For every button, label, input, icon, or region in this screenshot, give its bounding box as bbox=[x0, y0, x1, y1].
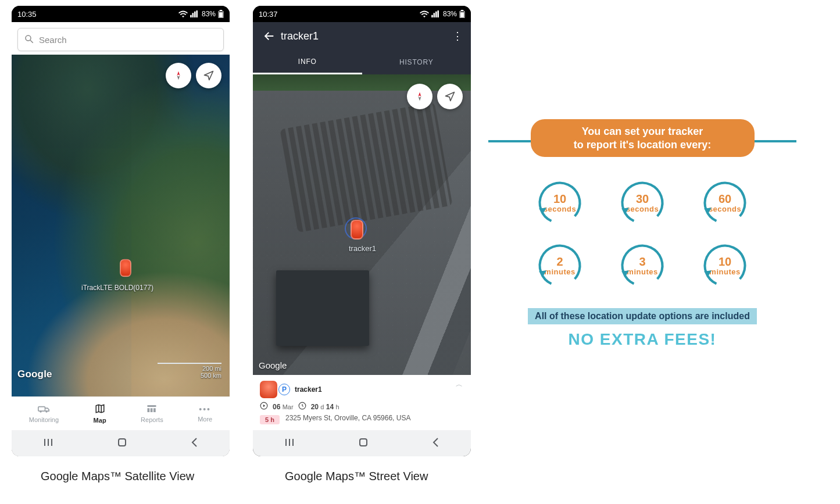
svg-point-32 bbox=[619, 179, 666, 227]
svg-rect-10 bbox=[148, 405, 156, 407]
svg-point-8 bbox=[40, 410, 42, 412]
search-placeholder: Search bbox=[39, 35, 67, 45]
google-logo: Google bbox=[17, 369, 52, 380]
tracker-marker-label: tracker1 bbox=[349, 244, 376, 253]
battery-icon bbox=[459, 10, 465, 18]
signal-icon bbox=[431, 10, 439, 17]
recent-apps-button[interactable] bbox=[284, 438, 296, 449]
svg-rect-29 bbox=[360, 439, 367, 446]
tracker-marker-label: iTrackLTE BOLD(0177) bbox=[81, 284, 153, 292]
svg-rect-2 bbox=[219, 12, 223, 17]
svg-point-9 bbox=[46, 410, 48, 412]
clock-icon bbox=[298, 402, 306, 412]
svg-point-36 bbox=[536, 242, 584, 289]
play-icon bbox=[260, 402, 268, 412]
svg-rect-17 bbox=[119, 439, 126, 446]
aerial-map[interactable]: tracker1 Google bbox=[253, 74, 471, 375]
compass-button[interactable] bbox=[407, 84, 432, 109]
svg-rect-13 bbox=[153, 408, 156, 412]
map-scale: 200 mi 500 km bbox=[158, 363, 221, 379]
svg-marker-41 bbox=[704, 270, 712, 276]
overflow-menu-button[interactable]: ⋮ bbox=[449, 30, 466, 42]
svg-marker-31 bbox=[539, 208, 546, 213]
google-logo: Google bbox=[259, 360, 287, 370]
recent-apps-button[interactable] bbox=[43, 438, 55, 449]
tracker-car-icon bbox=[351, 220, 363, 240]
svg-marker-6 bbox=[177, 76, 180, 80]
svg-rect-20 bbox=[460, 12, 464, 17]
tracker-car-icon bbox=[260, 381, 277, 398]
interval-option: 30seconds bbox=[619, 179, 666, 227]
signal-icon bbox=[190, 10, 198, 17]
promo-no-fees-text: NO EXTRA FEES! bbox=[488, 330, 796, 349]
interval-option: 3minutes bbox=[619, 242, 666, 289]
interval-option: 10seconds bbox=[536, 179, 584, 227]
svg-rect-11 bbox=[148, 408, 150, 412]
wifi-icon bbox=[178, 10, 188, 17]
home-button[interactable] bbox=[117, 437, 127, 450]
interval-option: 2minutes bbox=[536, 242, 584, 289]
svg-rect-12 bbox=[151, 408, 153, 412]
interval-option: 60seconds bbox=[701, 179, 749, 227]
more-icon: ••• bbox=[199, 405, 211, 414]
satellite-map[interactable]: iTrackLTE BOLD(0177) Google 200 mi 500 k… bbox=[12, 55, 230, 396]
status-time: 10:37 bbox=[259, 10, 278, 19]
tracker-address: 2325 Myers St, Oroville, CA 95966, USA bbox=[285, 414, 410, 422]
svg-rect-1 bbox=[220, 10, 222, 11]
android-nav-bar bbox=[12, 430, 230, 456]
reports-icon bbox=[146, 404, 157, 414]
tab-map[interactable]: Map bbox=[94, 403, 106, 424]
map-icon bbox=[95, 403, 105, 415]
phone-street: 10:37 83% tracker1 ⋮ bbox=[253, 6, 471, 456]
status-time: 10:35 bbox=[17, 10, 37, 19]
tab-info[interactable]: INFO bbox=[253, 50, 362, 74]
tab-reports[interactable]: Reports bbox=[141, 404, 163, 423]
home-button[interactable] bbox=[358, 437, 369, 450]
wifi-icon bbox=[420, 10, 429, 17]
interval-option: 10minutes bbox=[701, 242, 749, 289]
tab-monitoring[interactable]: Monitoring bbox=[29, 404, 59, 423]
tracker-card-title: tracker1 bbox=[295, 385, 322, 394]
svg-point-30 bbox=[536, 179, 584, 227]
tab-history[interactable]: HISTORY bbox=[362, 50, 471, 74]
status-bar: 10:35 83% bbox=[12, 6, 230, 22]
svg-rect-7 bbox=[38, 407, 45, 412]
search-input[interactable]: Search bbox=[17, 28, 224, 51]
bottom-nav: Monitoring Map Reports ••• More bbox=[12, 396, 230, 430]
svg-line-4 bbox=[30, 40, 33, 43]
monitoring-icon bbox=[38, 404, 49, 414]
parking-badge: P bbox=[278, 384, 290, 395]
promo-included-text: All of these location update options are… bbox=[528, 308, 757, 324]
svg-marker-35 bbox=[704, 208, 712, 213]
svg-point-3 bbox=[26, 35, 31, 41]
caption-street: Google Maps™ Street View bbox=[285, 470, 428, 483]
svg-rect-19 bbox=[461, 10, 463, 11]
tracker-info-card[interactable]: ︿ P tracker1 06 Mar 20 d 14 h bbox=[253, 375, 471, 430]
search-icon bbox=[24, 34, 34, 46]
back-button[interactable] bbox=[431, 437, 439, 450]
svg-marker-21 bbox=[419, 92, 421, 97]
tab-more[interactable]: ••• More bbox=[198, 405, 212, 423]
locate-me-button[interactable] bbox=[437, 84, 463, 109]
compass-button[interactable] bbox=[166, 63, 191, 88]
back-button[interactable] bbox=[190, 437, 198, 450]
phone-satellite: 10:35 83% Se bbox=[12, 6, 230, 456]
battery-icon bbox=[218, 10, 224, 18]
locate-me-button[interactable] bbox=[196, 63, 221, 88]
status-bar: 10:37 83% bbox=[253, 6, 471, 22]
android-nav-bar bbox=[253, 430, 471, 456]
svg-point-38 bbox=[619, 242, 666, 289]
svg-marker-37 bbox=[539, 270, 546, 276]
chevron-up-icon[interactable]: ︿ bbox=[456, 380, 463, 389]
svg-marker-5 bbox=[177, 72, 180, 76]
svg-marker-33 bbox=[621, 208, 629, 213]
promo-banner: You can set your tracker to report it's … bbox=[531, 119, 755, 157]
back-button[interactable] bbox=[258, 30, 281, 42]
svg-point-34 bbox=[701, 179, 749, 227]
svg-marker-24 bbox=[263, 405, 266, 408]
caption-satellite: Google Maps™ Satellite View bbox=[41, 470, 194, 483]
battery-text: 83% bbox=[443, 10, 457, 18]
duration-badge: 5 h bbox=[260, 415, 280, 424]
svg-marker-22 bbox=[419, 96, 421, 101]
tracker-marker-icon[interactable] bbox=[120, 259, 131, 277]
